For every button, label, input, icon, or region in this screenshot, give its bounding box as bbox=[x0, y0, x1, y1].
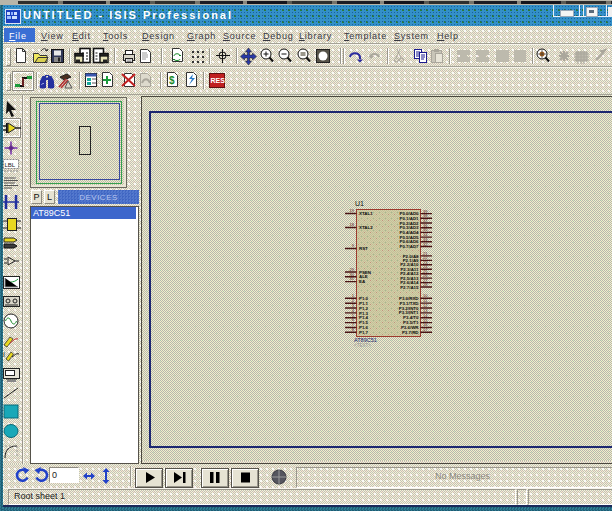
svg-text:19: 19 bbox=[350, 208, 355, 213]
svg-text:I: I bbox=[3, 351, 5, 358]
svg-text:9: 9 bbox=[352, 243, 355, 248]
svg-text:$: $ bbox=[169, 75, 175, 86]
svg-text:XTAL2: XTAL2 bbox=[359, 225, 373, 230]
svg-text:P3.7/RD: P3.7/RD bbox=[402, 330, 419, 335]
svg-text:32: 32 bbox=[423, 242, 428, 247]
svg-text:P2.7/A15: P2.7/A15 bbox=[400, 285, 419, 290]
svg-text:P0.7/AD7: P0.7/AD7 bbox=[399, 244, 419, 249]
svg-text:28: 28 bbox=[423, 282, 428, 287]
svg-text:18: 18 bbox=[350, 222, 355, 227]
svg-text:RES: RES bbox=[211, 77, 226, 84]
svg-text:<TEXT>: <TEXT> bbox=[354, 343, 371, 348]
svg-text:17: 17 bbox=[423, 327, 428, 332]
svg-text:XTAL1: XTAL1 bbox=[359, 211, 373, 216]
svg-text:31: 31 bbox=[350, 276, 355, 281]
svg-text:RST: RST bbox=[359, 246, 368, 251]
svg-text:LBL: LBL bbox=[5, 162, 16, 168]
svg-text:U1: U1 bbox=[355, 200, 364, 207]
svg-text:P1.7: P1.7 bbox=[359, 330, 369, 335]
svg-text:EA: EA bbox=[359, 279, 366, 284]
